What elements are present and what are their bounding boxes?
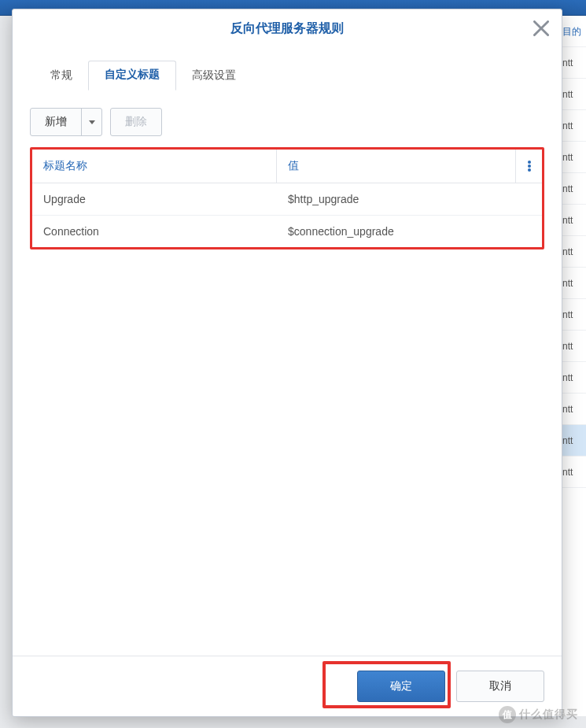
column-menu-icon[interactable] — [515, 150, 542, 183]
dialog-footer: 确定 取消 — [13, 656, 562, 716]
cell-value: $http_upgrade — [277, 183, 542, 215]
cell-name: Connection — [32, 216, 277, 247]
toolbar: 新增 删除 — [13, 91, 562, 147]
chevron-down-icon — [89, 120, 95, 124]
th-name[interactable]: 标题名称 — [32, 150, 277, 183]
table-row[interactable]: Upgrade $http_upgrade — [32, 183, 542, 216]
watermark-logo-icon: 值 — [499, 706, 516, 723]
bg-header: 目的 — [559, 16, 586, 47]
add-dropdown-caret[interactable] — [81, 109, 101, 135]
watermark-text: 什么值得买 — [519, 708, 578, 722]
reverse-proxy-rule-dialog: 反向代理服务器规则 常规 自定义标题 高级设置 新增 删除 标题名称 值 Upg… — [12, 9, 562, 717]
add-button-label: 新增 — [31, 109, 81, 135]
delete-button-label: 删除 — [111, 109, 161, 135]
tab-advanced[interactable]: 高级设置 — [176, 62, 252, 91]
th-value[interactable]: 值 — [277, 150, 515, 183]
tabs: 常规 自定义标题 高级设置 — [13, 51, 562, 91]
headers-table: 标题名称 值 Upgrade $http_upgrade Connection … — [30, 147, 544, 249]
table-row[interactable]: Connection $connection_upgrade — [32, 216, 542, 247]
dialog-title: 反向代理服务器规则 — [13, 9, 562, 45]
cancel-button[interactable]: 取消 — [456, 671, 544, 702]
close-icon[interactable] — [533, 20, 549, 36]
table-header-row: 标题名称 值 — [32, 150, 542, 183]
tab-custom-headers[interactable]: 自定义标题 — [88, 61, 176, 91]
watermark: 值 什么值得买 — [499, 706, 578, 723]
tab-general[interactable]: 常规 — [35, 62, 88, 91]
background-table: 目的 ntt ntt ntt ntt ntt ntt ntt ntt ntt n… — [558, 16, 586, 716]
cell-name: Upgrade — [32, 183, 277, 215]
add-button[interactable]: 新增 — [30, 108, 102, 136]
delete-button[interactable]: 删除 — [110, 108, 162, 136]
ok-button[interactable]: 确定 — [357, 671, 445, 702]
cell-value: $connection_upgrade — [277, 216, 542, 247]
